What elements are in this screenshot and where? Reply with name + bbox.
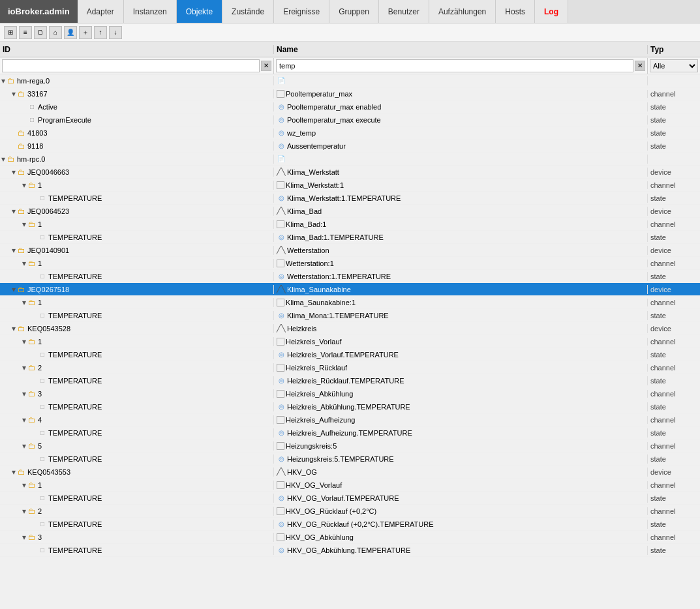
expand-icon[interactable]: ▾ — [10, 285, 17, 294]
expand-icon[interactable]: ▾ — [10, 324, 17, 333]
filter-type-select[interactable]: Alle state channel device folder — [650, 59, 698, 72]
table-row[interactable]: □ TEMPERATURE ◎ Klima_Bad:1.TEMPERATURE … — [0, 231, 700, 244]
cell-name: ╱╲ Heizkreis — [274, 324, 648, 333]
table-row[interactable]: ▾ 🗀 4 Heizkreis_Aufheizung channel — [0, 413, 700, 426]
table-row[interactable]: ▾ 🗀 JEQ0267518 ╱╲ Klima_Saunakabine devi… — [0, 283, 700, 296]
table-row[interactable]: 🗀 9118 ◎ Aussentemperatur state — [0, 140, 700, 153]
table-row[interactable]: □ Active ◎ Pooltemperatur_max enabled st… — [0, 100, 700, 113]
cell-name: ◎ HKV_OG_Vorlauf.TEMPERATURE — [274, 494, 648, 503]
toolbar-btn-down[interactable]: ↓ — [109, 26, 122, 39]
expand-icon[interactable]: ▾ — [21, 481, 27, 490]
table-row[interactable]: □ TEMPERATURE ◎ Heizkreis_Abkühlung.TEMP… — [0, 400, 700, 413]
table-row[interactable]: ▾ 🗀 1 Klima_Bad:1 channel — [0, 218, 700, 231]
tab-hosts[interactable]: Hosts — [496, 0, 535, 23]
table-row[interactable]: ▾ 🗀 hm-rpc.0 📄 — [0, 153, 700, 166]
expand-icon[interactable]: ▾ — [21, 181, 27, 190]
cell-name: ◎ Heizkreis_Rücklauf.TEMPERATURE — [274, 376, 648, 385]
table-row[interactable]: □ TEMPERATURE ◎ Wetterstation:1.TEMPERAT… — [0, 270, 700, 283]
toolbar-btn-user[interactable]: 👤 — [64, 26, 77, 39]
toolbar-btn-up[interactable]: ↑ — [94, 26, 107, 39]
table-row[interactable]: ▾ 🗀 3 HKV_OG_Abkühlung channel — [0, 531, 700, 544]
id-text: hm-rega.0 — [17, 77, 50, 85]
table-row[interactable]: □ TEMPERATURE ◎ Heizkreis_Vorlauf.TEMPER… — [0, 348, 700, 361]
filter-name-input[interactable] — [276, 59, 633, 72]
toolbar-btn-list[interactable]: ≡ — [19, 26, 32, 39]
table-row[interactable]: ▾ 🗀 KEQ0543528 ╱╲ Heizkreis device — [0, 322, 700, 335]
expand-icon[interactable]: ▾ — [21, 415, 27, 424]
toolbar-btn-add[interactable]: ＋ — [79, 26, 92, 39]
expand-icon[interactable]: ▾ — [10, 207, 17, 216]
name-text: Klima_Mona:1.TEMPERATURE — [287, 312, 389, 319]
table-row[interactable]: ▾ 🗀 1 HKV_OG_Vorlauf channel — [0, 479, 700, 492]
table-row[interactable]: ▾ 🗀 1 Heizkreis_Vorlauf channel — [0, 335, 700, 348]
filter-id-input[interactable] — [2, 59, 260, 72]
table-row[interactable]: ▾ 🗀 hm-rega.0 📄 — [0, 74, 700, 87]
tab-adapter[interactable]: Adapter — [78, 0, 124, 23]
table-row[interactable]: ▾ 🗀 5 Heizungskreis:5 channel — [0, 439, 700, 453]
table-row[interactable]: □ TEMPERATURE ◎ Klima_Mona:1.TEMPERATURE… — [0, 309, 700, 322]
col-header-type: Typ — [648, 45, 700, 54]
toolbar-btn-grid[interactable]: ⊞ — [4, 26, 17, 39]
tab-gruppen[interactable]: Gruppen — [329, 0, 379, 23]
expand-icon[interactable]: ▾ — [21, 259, 27, 268]
folder-icon: 🗀 — [17, 246, 26, 255]
tab-log[interactable]: Log — [535, 0, 568, 23]
expand-icon[interactable]: ▾ — [21, 337, 27, 346]
table-row[interactable]: ▾ 🗀 2 Heizkreis_Rücklauf channel — [0, 361, 700, 374]
expand-icon[interactable]: ▾ — [21, 533, 27, 542]
cell-name: ◎ Heizkreis_Vorlauf.TEMPERATURE — [274, 350, 648, 359]
table-row[interactable]: ▾ 🗀 KEQ0543553 ╱╲ HKV_OG device — [0, 466, 700, 479]
tab-aufzaehlungen[interactable]: Aufzählungen — [429, 0, 496, 23]
table-row[interactable]: □ TEMPERATURE ◎ HKV_OG_Rücklauf (+0,2°C)… — [0, 518, 700, 531]
table-row[interactable]: ▾ 🗀 2 HKV_OG_Rücklauf (+0,2°C) channel — [0, 505, 700, 518]
expand-icon[interactable]: ▾ — [0, 76, 7, 85]
expand-placeholder — [21, 115, 27, 125]
table-row[interactable]: ▾ 🗀 JEQ0140901 ╱╲ Wetterstation device — [0, 244, 700, 257]
expand-icon[interactable]: ▾ — [10, 468, 17, 477]
tab-benutzer[interactable]: Benutzer — [379, 0, 429, 23]
table-row[interactable]: ▾ 🗀 33167 Pooltemperatur_max channel — [0, 87, 700, 100]
id-text: TEMPERATURE — [48, 351, 102, 359]
table-row[interactable]: ▾ 🗀 JEQ0046663 ╱╲ Klima_Werkstatt device — [0, 166, 700, 179]
table-row[interactable]: □ TEMPERATURE ◎ Heizungskreis:5.TEMPERAT… — [0, 453, 700, 466]
table-row[interactable]: □ TEMPERATURE ◎ HKV_OG_Vorlauf.TEMPERATU… — [0, 492, 700, 505]
expand-icon[interactable]: ▾ — [21, 389, 27, 398]
channel-icon — [277, 299, 284, 306]
table-row[interactable]: □ TEMPERATURE ◎ HKV_OG_Abkühlung.TEMPERA… — [0, 544, 700, 557]
expand-icon[interactable]: ▾ — [10, 168, 17, 177]
filter-id-clear[interactable]: ✕ — [261, 61, 271, 71]
tab-zustaende[interactable]: Zustände — [222, 0, 274, 23]
table-row[interactable]: □ TEMPERATURE ◎ Heizkreis_Rücklauf.TEMPE… — [0, 374, 700, 387]
table-row[interactable]: □ TEMPERATURE ◎ Klima_Werkstatt:1.TEMPER… — [0, 192, 700, 205]
toolbar-btn-file[interactable]: 🗋 — [34, 26, 47, 39]
name-text: Klima_Saunakabine — [287, 286, 351, 293]
cell-type: channel — [648, 481, 700, 489]
tab-instanzen[interactable]: Instanzen — [124, 0, 177, 23]
expand-icon[interactable]: ▾ — [21, 507, 27, 516]
expand-icon[interactable]: ▾ — [21, 220, 27, 229]
expand-icon[interactable]: ▾ — [10, 89, 17, 98]
toolbar-btn-home[interactable]: ⌂ — [49, 26, 62, 39]
table-row[interactable]: □ ProgramExecute ◎ Pooltemperatur_max ex… — [0, 113, 700, 126]
expand-icon[interactable]: ▾ — [21, 441, 27, 451]
state-icon: ◎ — [277, 494, 286, 503]
table-row[interactable]: ▾ 🗀 1 Wetterstation:1 channel — [0, 257, 700, 270]
table-row[interactable]: 🗀 41803 ◎ wz_temp state — [0, 126, 700, 140]
filter-name-clear[interactable]: ✕ — [635, 61, 645, 71]
expand-placeholder — [31, 311, 38, 320]
tab-ereignisse[interactable]: Ereignisse — [274, 0, 329, 23]
tab-objekte[interactable]: Objekte — [177, 0, 222, 23]
table-row[interactable]: □ TEMPERATURE ◎ Heizkreis_Aufheizung.TEM… — [0, 426, 700, 439]
table-row[interactable]: ▾ 🗀 1 Klima_Saunakabine:1 channel — [0, 296, 700, 309]
expand-icon[interactable]: ▾ — [21, 298, 27, 307]
file-icon: □ — [38, 520, 47, 529]
table-row[interactable]: ▾ 🗀 JEQ0064523 ╱╲ Klima_Bad device — [0, 205, 700, 218]
cell-type: device — [648, 286, 700, 293]
state-icon: ◎ — [277, 454, 286, 464]
name-text: Klima_Bad:1.TEMPERATURE — [287, 233, 384, 241]
expand-icon[interactable]: ▾ — [21, 363, 27, 372]
expand-icon[interactable]: ▾ — [0, 155, 7, 164]
expand-icon[interactable]: ▾ — [10, 246, 17, 255]
table-row[interactable]: ▾ 🗀 1 Klima_Werkstatt:1 channel — [0, 179, 700, 192]
table-row[interactable]: ▾ 🗀 3 Heizkreis_Abkühlung channel — [0, 387, 700, 400]
